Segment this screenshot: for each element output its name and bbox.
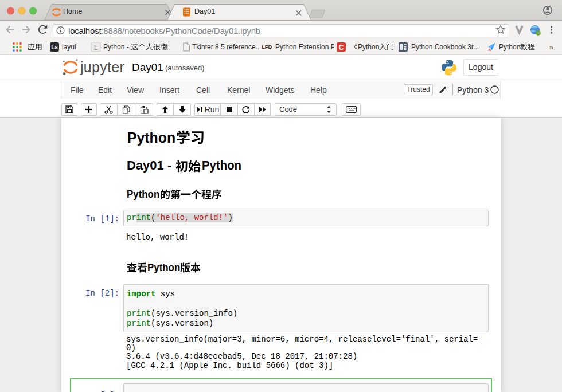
svg-text:La: La bbox=[51, 44, 58, 50]
svg-text:L: L bbox=[94, 44, 97, 51]
svg-text:C: C bbox=[339, 44, 344, 52]
svg-text:»: » bbox=[549, 43, 553, 52]
svg-text:LFD: LFD bbox=[262, 44, 272, 50]
